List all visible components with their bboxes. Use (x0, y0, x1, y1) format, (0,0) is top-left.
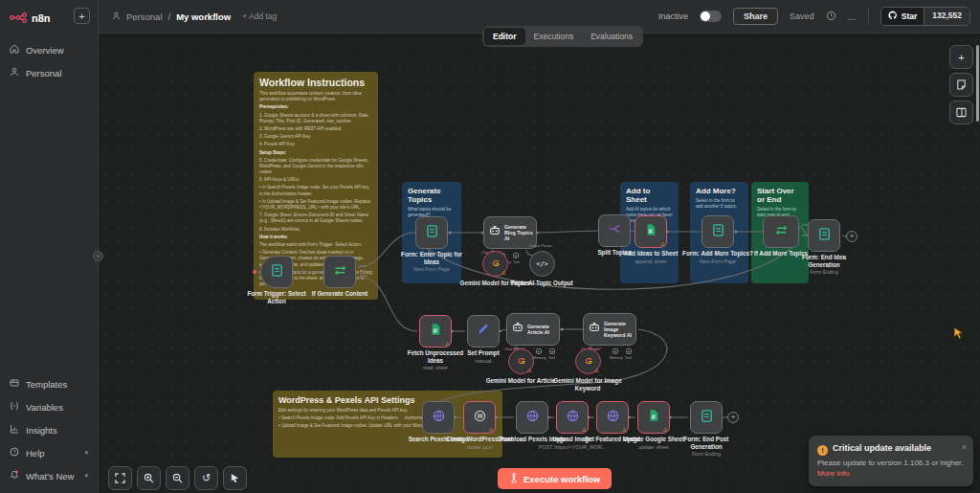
node-form-add-more-topics[interactable] (702, 215, 734, 248)
port-tool-label: Tool (625, 356, 632, 360)
node-download-pexels-image[interactable] (516, 401, 548, 434)
node-gemini-model-topics[interactable]: G ⚠ (482, 251, 508, 277)
node-parse-ai-topic-output[interactable]: </> (529, 251, 555, 277)
svg-text:W: W (477, 413, 483, 419)
node-update-google-sheet[interactable]: ⚠ (637, 401, 670, 434)
add-node-endpoint[interactable]: + (727, 412, 739, 423)
port-tool-plus[interactable]: + (513, 253, 519, 258)
node-form-end-idea[interactable] (808, 219, 840, 252)
node-if-add-more-topics[interactable] (763, 215, 799, 248)
node-create-wordpress-post[interactable]: W ⚠ (463, 401, 496, 434)
sidebar-item-templates[interactable]: Templates (0, 372, 98, 395)
warning-icon: ⚠ (594, 368, 599, 373)
split-icon (608, 222, 621, 239)
sidebar-item-label: What's New (26, 471, 74, 482)
notification-title: !Critical update available (817, 443, 965, 456)
sticky-line: 8. Activate Workflow. (259, 227, 372, 233)
add-node-button[interactable]: + (949, 45, 973, 69)
sticky-body: Select in the form to add another 5 topi… (696, 198, 743, 210)
zoom-to-fit-button[interactable] (108, 466, 132, 490)
breadcrumb-project[interactable]: Personal (126, 11, 163, 22)
node-search-pexels-image[interactable] (422, 401, 455, 434)
update-notification: !Critical update available Please update… (809, 436, 973, 486)
form-icon (711, 223, 725, 241)
port-tool-plus[interactable]: + (549, 348, 555, 354)
saved-status: Saved (790, 11, 814, 21)
node-label: Form: Enter Topic for Ideas Next Form Pa… (396, 251, 467, 272)
add-sticky-button[interactable] (949, 73, 973, 97)
sidebar-collapse-button[interactable]: ‹ (93, 251, 103, 261)
output-true-label: true (360, 264, 367, 268)
history-icon[interactable] (826, 11, 836, 23)
node-form-enter-topic[interactable] (415, 216, 448, 249)
tab-editor[interactable]: Editor (484, 28, 525, 45)
node-gemini-model-image-keyword[interactable]: G ⚠ (575, 348, 601, 374)
node-split-topics[interactable] (598, 214, 631, 247)
node-upload-image[interactable]: ⚠ (556, 401, 589, 434)
sidebar-item-variables[interactable]: Variables (0, 395, 98, 418)
execute-workflow-button[interactable]: Execute workflow (498, 468, 612, 489)
tab-evaluations[interactable]: Evaluations (582, 28, 641, 45)
node-label: If Generate Content (304, 290, 375, 298)
port-memory-plus[interactable]: + (612, 348, 618, 354)
sticky-line: 3. Google Gemini API Key. (259, 134, 372, 140)
workflow-name[interactable]: My workflow (176, 11, 231, 22)
github-icon (888, 11, 898, 22)
svg-text:G: G (492, 257, 499, 267)
add-tag-button[interactable]: + Add tag (242, 11, 277, 21)
more-menu-button[interactable]: ... (848, 11, 857, 22)
sidebar: n8n + Overview Personal Templates Variab… (0, 0, 99, 493)
node-fetch-unprocessed-ideas[interactable]: ⚠ (419, 315, 452, 347)
add-node-endpoint[interactable]: + (846, 231, 858, 242)
scrollbar-thumb[interactable] (976, 45, 979, 122)
node-if-generate-content[interactable] (323, 256, 356, 288)
tab-executions[interactable]: Executions (525, 28, 583, 45)
tidy-up-button[interactable] (223, 466, 247, 490)
sticky-line: Prerequisites: (259, 104, 372, 110)
node-set-featured-image[interactable]: ⚠ (596, 401, 629, 434)
node-set-prompt[interactable] (467, 315, 500, 347)
sticky-title: Workflow Instructions (259, 77, 372, 88)
node-form-trigger[interactable] (260, 256, 293, 288)
templates-icon (10, 378, 19, 390)
zoom-in-button[interactable] (137, 466, 161, 490)
sidebar-item-personal[interactable]: Personal (0, 61, 98, 84)
node-generate-image-keyword-ai[interactable]: Generate Image Keyword AI (583, 313, 636, 346)
undo-button[interactable]: ↺ (194, 466, 218, 490)
breadcrumb-separator: / (168, 11, 171, 22)
share-button[interactable]: Share (733, 8, 778, 25)
node-inner-label: Generate Image Keyword AI (604, 321, 635, 338)
node-label: Add Ideas to Sheet append: sheet (615, 250, 686, 264)
trigger-indicator (253, 270, 256, 274)
close-icon[interactable]: × (962, 442, 967, 452)
sidebar-item-overview[interactable]: Overview (0, 38, 98, 61)
robot-icon (588, 321, 601, 338)
sidebar-item-label: Templates (26, 379, 67, 390)
chevron-down-icon: ▾ (84, 449, 88, 457)
node-generate-article-ai[interactable]: Generate Article AI (506, 313, 560, 346)
node-gemini-model-article[interactable]: G ⚠ (508, 348, 534, 374)
sticky-line: 7. Google Sheet: Ensure Document ID and … (259, 213, 372, 224)
port-memory-label: Memory (533, 356, 546, 360)
port-memory-plus[interactable]: + (536, 348, 542, 354)
sidebar-item-whats-new[interactable]: What's New ▾ (0, 464, 98, 487)
node-label: Form: Add More Topics? Next Form Page (682, 250, 753, 264)
chevron-down-icon: ▾ (84, 472, 88, 480)
node-add-ideas-to-sheet[interactable]: ⚠ (635, 215, 667, 248)
sticky-line: 2. WordPress site with REST API enabled. (259, 126, 372, 132)
add-workflow-button[interactable]: + (74, 8, 90, 24)
more-info-link[interactable]: More info (817, 469, 849, 478)
port-tool-plus[interactable]: + (626, 348, 632, 354)
active-toggle[interactable] (700, 11, 722, 22)
github-star-widget[interactable]: Star 132,552 (880, 7, 970, 26)
toggle-panel-button[interactable] (949, 101, 973, 124)
zoom-out-button[interactable] (166, 466, 189, 490)
if-filter-icon (333, 263, 347, 281)
sidebar-item-insights[interactable]: Insights (0, 418, 98, 441)
breadcrumb: Personal / My workflow + Add tag (99, 11, 277, 22)
sidebar-item-help[interactable]: ? Help ▾ (0, 441, 98, 464)
node-inner-label: Generate Blog Topics AI (504, 224, 536, 241)
node-form-end-post[interactable] (690, 401, 723, 434)
warning-icon: ⚠ (445, 341, 450, 347)
sticky-title: Start Over or End (757, 187, 803, 204)
